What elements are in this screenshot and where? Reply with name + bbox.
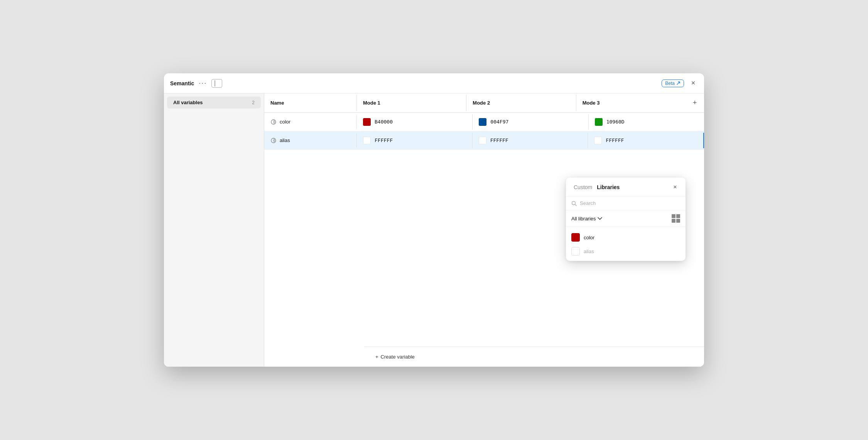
cell-mode1-alias[interactable]: FFFFFF xyxy=(357,133,473,148)
cell-name-color: color xyxy=(264,115,357,129)
popup-search-bar xyxy=(566,196,686,210)
external-link-icon xyxy=(676,81,681,85)
item-swatch-color xyxy=(571,233,580,242)
window-title: Semantic xyxy=(170,80,194,86)
chevron-down-icon xyxy=(598,217,602,220)
bottom-bar: + Create variable xyxy=(365,347,704,367)
popup-items-list: color alias xyxy=(566,227,686,261)
main-window: Semantic ··· Beta × All variables 2 Name xyxy=(164,73,704,367)
popup-tabs: Custom Libraries xyxy=(572,183,621,191)
color-swatch-mode1 xyxy=(363,118,371,126)
table-header: Name Mode 1 Mode 2 Mode 3 + xyxy=(264,93,704,113)
create-variable-label: Create variable xyxy=(381,354,415,360)
title-bar: Semantic ··· Beta × xyxy=(164,73,704,93)
close-button[interactable]: × xyxy=(689,79,698,88)
list-item[interactable]: alias xyxy=(566,245,686,258)
alias-variable-icon xyxy=(270,137,277,144)
filter-label: All libraries xyxy=(571,216,596,222)
cell-mode3-color[interactable]: 10960D xyxy=(589,114,704,130)
list-item[interactable]: color xyxy=(566,230,686,245)
sidebar-item-count: 2 xyxy=(252,100,255,105)
column-header-mode2: Mode 2 xyxy=(466,95,576,111)
sidebar: All variables 2 xyxy=(164,93,264,367)
table-area: Name Mode 1 Mode 2 Mode 3 + xyxy=(264,93,704,367)
alias-swatch-mode3 xyxy=(594,137,602,144)
create-variable-button[interactable]: + Create variable xyxy=(372,352,418,361)
color-swatch-mode2 xyxy=(479,118,486,126)
sidebar-item-label: All variables xyxy=(173,100,203,105)
popup-header: Custom Libraries × xyxy=(566,178,686,196)
main-content: All variables 2 Name Mode 1 Mode 2 Mode … xyxy=(164,93,704,367)
more-options-button[interactable]: ··· xyxy=(199,79,207,87)
cell-mode1-color[interactable]: B40000 xyxy=(357,114,473,130)
popup-filter-row: All libraries xyxy=(566,210,686,227)
beta-label: Beta xyxy=(665,81,675,86)
search-icon xyxy=(571,201,577,206)
item-swatch-alias xyxy=(571,247,580,256)
svg-point-3 xyxy=(273,140,274,140)
item-name-alias: alias xyxy=(584,249,594,254)
column-header-name: Name xyxy=(264,95,357,111)
table-row: color B40000 004F97 10960D xyxy=(264,113,704,131)
sidebar-item-all-variables[interactable]: All variables 2 xyxy=(167,96,261,108)
variable-picker-popup: Custom Libraries × All librarie xyxy=(566,178,686,261)
color-swatch-mode3 xyxy=(595,118,603,126)
color-variable-icon xyxy=(270,119,277,125)
popup-tab-libraries[interactable]: Libraries xyxy=(595,183,621,191)
cell-mode3-alias[interactable]: FFFFFF xyxy=(588,133,704,148)
table-row: alias FFFFFF FFFFFF FFFFFF xyxy=(264,131,704,150)
beta-badge[interactable]: Beta xyxy=(662,80,684,87)
all-libraries-filter[interactable]: All libraries xyxy=(571,216,602,222)
alias-swatch-mode1 xyxy=(363,137,371,144)
add-mode-button[interactable]: + xyxy=(686,93,704,112)
alias-swatch-mode2 xyxy=(479,137,486,144)
search-input[interactable] xyxy=(580,200,680,206)
svg-point-1 xyxy=(273,121,274,122)
cell-mode2-color[interactable]: 004F97 xyxy=(473,114,588,130)
panel-toggle-button[interactable] xyxy=(211,79,222,88)
cell-mode2-alias[interactable]: FFFFFF xyxy=(473,133,588,148)
item-name-color: color xyxy=(584,235,594,240)
popup-close-button[interactable]: × xyxy=(671,183,679,191)
svg-line-5 xyxy=(575,204,577,206)
column-header-mode3: Mode 3 xyxy=(576,95,686,111)
cell-name-alias: alias xyxy=(264,134,357,147)
grid-view-button[interactable] xyxy=(672,214,680,223)
create-variable-plus-icon: + xyxy=(375,354,378,360)
column-header-mode1: Mode 1 xyxy=(357,95,466,111)
popup-tab-custom[interactable]: Custom xyxy=(572,183,594,191)
